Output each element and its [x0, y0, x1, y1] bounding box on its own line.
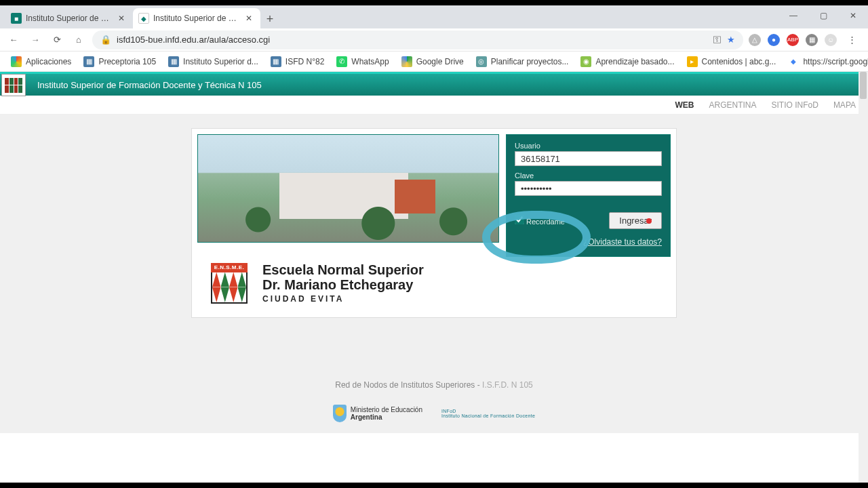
- bookmark-item[interactable]: ✆WhatsApp: [331, 54, 394, 70]
- drive-icon: [401, 56, 412, 67]
- tab-favicon-icon: ■: [11, 13, 22, 24]
- favicon-icon: ◆: [788, 56, 799, 67]
- profile-avatar-icon[interactable]: ☺: [825, 34, 837, 46]
- school-banner: E.N.S.M.E. Escuela Normal Superior Dr. M…: [197, 257, 671, 312]
- bookmarks-bar: Aplicaciones ▦Preceptoria 105 ▦Instituto…: [0, 52, 868, 72]
- extension-icon[interactable]: △: [749, 34, 761, 46]
- home-button[interactable]: ⌂: [71, 32, 87, 48]
- key-icon[interactable]: ⚿: [713, 35, 722, 45]
- forgot-link[interactable]: ¿Olvidaste tus datos?: [583, 237, 662, 247]
- tab-title: Instituto Superior de Formación: [26, 14, 113, 23]
- url-text: isfd105-bue.infd.edu.ar/aula/acceso.cgi: [117, 35, 707, 45]
- bookmark-item[interactable]: ▦Preceptoria 105: [78, 54, 161, 70]
- whatsapp-icon: ✆: [336, 56, 347, 67]
- reload-button[interactable]: ⟳: [49, 32, 65, 48]
- forward-button[interactable]: →: [27, 32, 43, 48]
- user-label: Usuario: [515, 142, 662, 150]
- favicon-icon: ◎: [476, 56, 487, 67]
- close-icon[interactable]: ✕: [244, 14, 254, 23]
- nav-sitio-infod[interactable]: SITIO INFoD: [772, 100, 818, 110]
- pass-label: Clave: [515, 171, 662, 180]
- school-shield-icon: E.N.S.M.E.: [211, 263, 248, 304]
- bookmark-item[interactable]: ◆https://script.googl...: [783, 54, 868, 70]
- site-logo-icon: [1, 74, 26, 96]
- apps-icon: [11, 56, 22, 67]
- school-photo: [197, 134, 499, 243]
- login-panel: Usuario Clave Recordame Ingresar: [506, 134, 671, 257]
- vertical-scrollbar[interactable]: [859, 72, 868, 483]
- remember-me[interactable]: Recordame: [515, 215, 565, 226]
- browser-tab-active[interactable]: ◆ Instituto Superior de Formación ✕: [133, 8, 260, 28]
- password-input[interactable]: [515, 181, 662, 196]
- tab-title: Instituto Superior de Formación: [153, 14, 240, 23]
- bookmark-item[interactable]: ◎Planificar proyectos...: [471, 54, 574, 70]
- back-button[interactable]: ←: [5, 32, 22, 48]
- school-name-1: Escuela Normal Superior: [262, 262, 424, 277]
- lock-icon: 🔒: [100, 35, 111, 45]
- favicon-icon: ▸: [687, 56, 698, 67]
- bookmark-item[interactable]: ◉Aprendizaje basado...: [575, 54, 679, 70]
- extension-icon[interactable]: ●: [768, 34, 780, 46]
- school-city: CIUDAD EVITA: [262, 294, 424, 304]
- school-name-2: Dr. Mariano Etchegaray: [262, 277, 424, 292]
- address-bar[interactable]: 🔒 isfd105-bue.infd.edu.ar/aula/acceso.cg…: [92, 30, 743, 49]
- adblock-icon[interactable]: ABP: [787, 34, 799, 46]
- favicon-icon: ▦: [168, 56, 179, 67]
- favicon-icon: ◉: [580, 56, 591, 67]
- close-icon[interactable]: ✕: [117, 14, 126, 23]
- browser-tab[interactable]: ■ Instituto Superior de Formación ✕: [5, 8, 133, 28]
- new-tab-button[interactable]: +: [260, 9, 279, 28]
- apps-button[interactable]: Aplicaciones: [5, 54, 77, 70]
- username-input[interactable]: [515, 151, 662, 166]
- footer-logos: Ministerio de Educación Argentina INFoD …: [333, 405, 535, 422]
- footer-text: Red de Nodos de Institutos Superiores - …: [335, 380, 533, 390]
- favicon-icon: ▦: [83, 56, 94, 67]
- address-bar-row: ← → ⟳ ⌂ 🔒 isfd105-bue.infd.edu.ar/aula/a…: [0, 28, 868, 52]
- scrollbar-thumb[interactable]: [860, 72, 867, 99]
- chrome-menu-button[interactable]: ⋮: [844, 32, 860, 48]
- nav-mapa[interactable]: MAPA: [833, 100, 856, 110]
- remember-checkbox[interactable]: [515, 215, 524, 224]
- favicon-icon: ▦: [271, 56, 281, 67]
- bookmark-item[interactable]: Google Drive: [396, 54, 469, 70]
- bookmark-item[interactable]: ▸Contenidos | abc.g...: [682, 54, 782, 70]
- login-card: Usuario Clave Recordame Ingresar: [191, 128, 677, 318]
- bookmark-item[interactable]: ▦ISFD N°82: [265, 54, 330, 70]
- argentina-shield-icon: [333, 405, 347, 422]
- extension-icon[interactable]: ▦: [806, 34, 818, 46]
- nav-argentina[interactable]: ARGENTINA: [709, 100, 757, 110]
- infod-logo: INFoD Instituto Nacional de Formación Do…: [441, 409, 535, 418]
- sub-nav: WEB ARGENTINA SITIO INFoD MAPA: [0, 96, 868, 115]
- page-content: Instituto Superior de Formación Docente …: [0, 72, 868, 483]
- cursor-icon: [646, 218, 652, 224]
- nav-web[interactable]: WEB: [675, 100, 694, 110]
- site-title: Instituto Superior de Formación Docente …: [37, 80, 262, 90]
- browser-tab-bar: ■ Instituto Superior de Formación ✕ ◆ In…: [0, 5, 868, 28]
- tab-favicon-icon: ◆: [138, 13, 149, 24]
- submit-button[interactable]: Ingresar: [609, 212, 662, 229]
- site-header: Instituto Superior de Formación Docente …: [0, 72, 868, 96]
- minimize-button[interactable]: —: [778, 5, 808, 26]
- ministry-logo: Ministerio de Educación Argentina: [333, 405, 422, 422]
- bookmark-item[interactable]: ▦Instituto Superior d...: [163, 54, 264, 70]
- maximize-button[interactable]: ▢: [808, 5, 838, 26]
- star-icon[interactable]: ★: [727, 35, 735, 45]
- close-window-button[interactable]: ✕: [838, 5, 868, 26]
